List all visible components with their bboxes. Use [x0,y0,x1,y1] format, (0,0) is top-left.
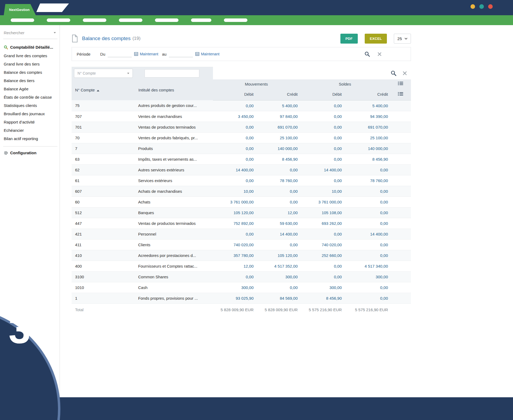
page-toolbar: Balance des comptes (19) PDF EXCEL 25 [72,33,411,44]
sidebar-search-placeholder: Rechercher [4,30,25,35]
mouvements-debit-cell: 0,00 [213,271,256,282]
sidebar-item[interactable]: États de contrôle de caisse [3,93,57,101]
row-icon-cell [390,207,411,218]
close-dot[interactable] [488,4,493,9]
clear-icon[interactable] [377,52,382,56]
table-row[interactable]: 62Autres services extérieurs14 400,000,0… [72,164,411,175]
sidebar-item[interactable]: Balance des comptes [3,68,57,76]
soldes-credit-cell: 300,00 [344,271,390,282]
label-cell: Clients [135,239,213,250]
sidebar-item-configuration[interactable]: Configuration [3,146,57,155]
list-icon[interactable] [398,92,403,96]
mouvements-debit-cell: 93 025,90 [213,293,256,303]
table-row[interactable]: 400Fournisseurs et Comptes rattac...12,0… [72,261,411,271]
period-filter-panel: Période Du Maintenant au Maintenant [72,47,411,61]
table-row[interactable]: 70Ventes de produits fabriqués, pr...0,0… [72,132,411,143]
sidebar-item[interactable]: Brouillard des journaux [3,110,57,118]
secondary-tab-placeholder[interactable] [36,3,69,12]
column-header-mouvements-debit[interactable]: Débit [213,88,256,100]
table-row[interactable]: 63Impôts, taxes et versements as...0,008… [72,154,411,164]
soldes-credit-cell: 0,00 [344,164,390,175]
table-row[interactable]: 1010Cash300,000,00300,000,00 [72,282,411,293]
calendar-icon[interactable] [195,52,199,56]
account-filter-select[interactable]: N° Compte [74,69,133,78]
label-filter-input[interactable] [145,69,199,78]
column-header-account[interactable]: N° Compte [72,79,135,100]
mouvements-credit-cell: 78 760,00 [256,175,300,186]
row-icon-cell [390,111,411,122]
row-icon-cell [390,271,411,282]
nav-item-placeholder[interactable] [224,18,247,22]
pdf-button[interactable]: PDF [340,34,358,44]
table-row[interactable]: 3100Common Shares0,00300,000,00300,00 [72,271,411,282]
table-row[interactable]: 410Acreedores por prestaciones d...357 7… [72,250,411,261]
mouvements-debit-cell: 300,00 [213,282,256,293]
table-row[interactable]: 701Ventas de productos terminados0,00691… [72,122,411,132]
page-size-select[interactable]: 25 [394,34,411,44]
table-row[interactable]: 411Clients740 020,000,00740 020,000,00 [72,239,411,250]
minimize-dot[interactable] [471,4,475,9]
table-row[interactable]: 607Achats de marchandises10,000,0010,000… [72,186,411,196]
nav-item-placeholder[interactable] [119,18,142,22]
label-cell: Fonds propres, provisions pour ... [135,293,213,303]
total-soldes-debit: 5 575 216,90 EUR [300,303,344,316]
mouvements-credit-cell: 0,00 [256,239,300,250]
nav-item-placeholder[interactable] [11,18,34,22]
row-icon-cell [390,100,411,111]
mouvements-credit-cell: 12,00 [256,207,300,218]
search-icon[interactable] [391,70,397,76]
table-row[interactable]: 447Ventas de productos terminados752 892… [72,218,411,229]
sidebar-item[interactable]: Balance des tiers [3,76,57,85]
sidebar-item[interactable]: Statistiques clients [3,101,57,110]
sidebar-item[interactable]: Grand livre des comptes [3,52,57,60]
period-to-input[interactable] [169,51,193,57]
soldes-debit-cell: 105 108,00 [300,207,344,218]
sidebar-item[interactable]: Grand livre des tiers [3,60,57,68]
mouvements-credit-cell: 691 070,00 [256,122,300,132]
sidebar-search-select[interactable]: Rechercher [3,29,57,39]
account-cell: 61 [72,175,135,186]
maximize-dot[interactable] [479,4,484,9]
now-link-to[interactable]: Maintenant [201,52,219,56]
soldes-credit-cell: 140 000,00 [344,143,390,154]
list-icon[interactable] [398,81,403,86]
brand-tab[interactable]: NextGestion [4,4,36,15]
mouvements-credit-cell: 300,00 [256,271,300,282]
nav-item-placeholder[interactable] [47,18,70,22]
table-row[interactable]: 7Produits0,00140 000,000,00140 000,00 [72,143,411,154]
table-row[interactable]: 1Fonds propres, provisions pour ...93 02… [72,293,411,303]
excel-button[interactable]: EXCEL [365,34,387,44]
table-row[interactable]: 707Ventes de marchandises3 450,0097 840,… [72,111,411,122]
label-cell: Services extérieurs [135,175,213,186]
sidebar-item[interactable]: Bilan actif reporting [3,134,57,143]
calendar-icon[interactable] [134,52,138,56]
table-row[interactable]: 421Personnel0,0014 400,000,0014 400,00 [72,229,411,239]
search-icon[interactable] [364,51,370,57]
table-row[interactable]: 61Services extérieurs0,0078 760,000,0078… [72,175,411,186]
soldes-debit-cell: 693 262,00 [300,218,344,229]
soldes-debit-cell: 0,00 [300,111,344,122]
column-header-soldes-debit[interactable]: Débit [300,88,344,100]
soldes-credit-cell: 0,00 [344,186,390,196]
nav-item-placeholder[interactable] [83,18,106,22]
sidebar-item[interactable]: Balance Agée [3,85,57,93]
sidebar-item[interactable]: Rapport d’activité [3,118,57,126]
nav-item-placeholder[interactable] [191,18,211,22]
period-from-input[interactable] [108,51,132,57]
sort-ascending-icon [97,90,99,91]
table-row[interactable]: 512Banques105 120,0012,00105 108,000,00 [72,207,411,218]
column-header-label[interactable]: Intitulé des comptes [135,79,213,100]
label-cell: Autres services extérieurs [135,164,213,175]
account-cell: 60 [72,196,135,207]
column-header-mouvements-credit[interactable]: Crédit [256,88,300,100]
soldes-debit-cell: 0,00 [300,175,344,186]
nav-item-placeholder[interactable] [155,18,178,22]
label-cell: Personnel [135,229,213,239]
sidebar-item[interactable]: Echéancier [3,126,57,134]
table-row[interactable]: 60Achats3 761 000,000,003 761 000,000,00 [72,196,411,207]
now-link-from[interactable]: Maintenant [140,52,158,56]
clear-icon[interactable] [402,71,407,76]
column-header-soldes-credit[interactable]: Crédit [344,88,390,100]
soldes-debit-cell: 0,00 [300,122,344,132]
table-row[interactable]: 75Autres produits de gestion cour...0,00… [72,100,411,111]
